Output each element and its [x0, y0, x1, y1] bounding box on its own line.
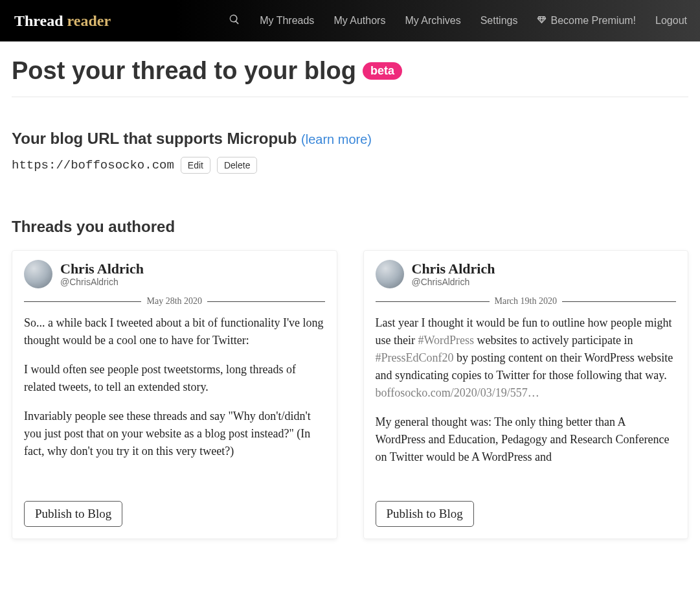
author-name[interactable]: Chris Aldrich: [412, 261, 495, 277]
micropub-heading: Your blog URL that supports Micropub (le…: [12, 130, 688, 148]
page-title-text: Post your thread to your blog: [12, 57, 356, 85]
brand-logo[interactable]: Thread reader: [14, 12, 111, 30]
nav-become-premium[interactable]: Become Premium!: [537, 15, 636, 27]
nav-my-authors[interactable]: My Authors: [333, 15, 385, 27]
threads-authored-heading: Threads you authored: [12, 218, 688, 236]
thread-header: Chris Aldrich @ChrisAldrich: [24, 260, 325, 288]
fade-mask: [24, 463, 325, 489]
nav-items: My Threads My Authors My Archives Settin…: [229, 14, 687, 28]
top-navbar: Thread reader My Threads My Authors My A…: [0, 0, 700, 41]
beta-badge: beta: [363, 62, 402, 80]
micropub-heading-text: Your blog URL that supports Micropub: [12, 130, 301, 147]
thread-date: March 19th 2020: [490, 296, 562, 307]
nav-settings[interactable]: Settings: [480, 15, 518, 27]
thread-paragraph: Invariably people see these threads and …: [24, 408, 325, 460]
publish-to-blog-button[interactable]: Publish to Blog: [376, 501, 474, 527]
page-content: Post your thread to your blog beta Your …: [0, 41, 700, 565]
short-link[interactable]: boffosocko.com/2020/03/19/557…: [376, 386, 539, 399]
nav-my-archives[interactable]: My Archives: [405, 15, 460, 27]
thread-card: Chris Aldrich @ChrisAldrich March 19th 2…: [363, 250, 689, 539]
thread-body: Last year I thought it would be fun to o…: [376, 314, 677, 489]
blog-url-value: https://boffosocko.com: [12, 158, 174, 172]
brand-text-1: Thread: [14, 12, 67, 29]
thread-date-divider: May 28th 2020: [24, 296, 325, 307]
brand-text-2: reader: [67, 12, 111, 29]
thread-header: Chris Aldrich @ChrisAldrich: [376, 260, 677, 288]
edit-button[interactable]: Edit: [181, 157, 210, 174]
learn-more-link[interactable]: (learn more): [301, 132, 372, 146]
page-title: Post your thread to your blog beta: [12, 57, 688, 97]
thread-text: websites to actively participate in: [474, 334, 633, 347]
diamond-icon: [537, 15, 547, 27]
thread-paragraph: My general thought was: The only thing b…: [376, 413, 677, 466]
thread-card: Chris Aldrich @ChrisAldrich May 28th 202…: [12, 250, 337, 539]
author-name[interactable]: Chris Aldrich: [60, 261, 144, 277]
thread-date: May 28th 2020: [141, 296, 207, 307]
fade-mask: [376, 463, 677, 489]
search-icon[interactable]: [229, 14, 240, 28]
publish-to-blog-button[interactable]: Publish to Blog: [24, 501, 122, 527]
thread-body: So... a while back I tweeted about a bit…: [24, 314, 325, 489]
author-handle[interactable]: @ChrisAldrich: [412, 277, 495, 287]
threads-grid: Chris Aldrich @ChrisAldrich May 28th 202…: [12, 250, 688, 539]
hashtag[interactable]: #PressEdConf20: [376, 351, 454, 364]
avatar[interactable]: [376, 260, 404, 288]
nav-logout[interactable]: Logout: [655, 15, 687, 27]
thread-date-divider: March 19th 2020: [376, 296, 677, 307]
delete-button[interactable]: Delete: [217, 157, 257, 174]
hashtag[interactable]: #WordPress: [418, 334, 474, 347]
thread-paragraph: So... a while back I tweeted about a bit…: [24, 314, 325, 349]
nav-my-threads[interactable]: My Threads: [260, 15, 314, 27]
avatar[interactable]: [24, 260, 52, 288]
nav-premium-label: Become Premium!: [550, 15, 636, 27]
author-handle[interactable]: @ChrisAldrich: [60, 277, 144, 287]
thread-paragraph: Last year I thought it would be fun to o…: [376, 314, 677, 402]
thread-paragraph: I would often see people post tweetstorm…: [24, 361, 325, 396]
blog-url-row: https://boffosocko.com Edit Delete: [12, 157, 688, 174]
